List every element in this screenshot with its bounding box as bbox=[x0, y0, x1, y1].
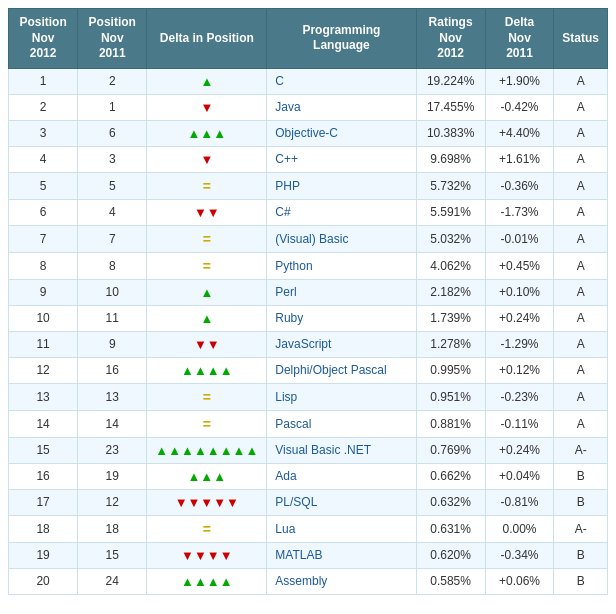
cell-pos2011: 3 bbox=[78, 146, 147, 172]
cell-status: A bbox=[554, 305, 608, 331]
cell-rating: 0.620% bbox=[416, 542, 485, 568]
table-row: 3 6 ▲▲▲ Objective-C 10.383% +4.40% A bbox=[9, 120, 608, 146]
cell-pos2011: 16 bbox=[78, 357, 147, 383]
cell-rating: 1.278% bbox=[416, 331, 485, 357]
cell-pos2011: 15 bbox=[78, 542, 147, 568]
cell-status: A- bbox=[554, 437, 608, 463]
cell-status: A bbox=[554, 68, 608, 94]
cell-lang: Lisp bbox=[267, 383, 416, 410]
cell-pos2012: 14 bbox=[9, 410, 78, 437]
cell-rating: 0.632% bbox=[416, 489, 485, 515]
cell-pos2012: 11 bbox=[9, 331, 78, 357]
cell-lang: Java bbox=[267, 94, 416, 120]
table-row: 5 5 = PHP 5.732% -0.36% A bbox=[9, 172, 608, 199]
cell-rating: 0.951% bbox=[416, 383, 485, 410]
cell-status: B bbox=[554, 542, 608, 568]
cell-delta2011: -0.34% bbox=[485, 542, 554, 568]
cell-delta2011: -0.81% bbox=[485, 489, 554, 515]
header-pos-2011: PositionNov 2011 bbox=[78, 9, 147, 69]
table-row: 2 1 ▼ Java 17.455% -0.42% A bbox=[9, 94, 608, 120]
cell-delta2011: -0.42% bbox=[485, 94, 554, 120]
header-lang: Programming Language bbox=[267, 9, 416, 69]
cell-status: A bbox=[554, 357, 608, 383]
cell-status: A bbox=[554, 383, 608, 410]
cell-pos2012: 12 bbox=[9, 357, 78, 383]
cell-lang: C bbox=[267, 68, 416, 94]
cell-delta: ▲▲▲ bbox=[147, 120, 267, 146]
cell-delta2011: +1.61% bbox=[485, 146, 554, 172]
cell-pos2011: 2 bbox=[78, 68, 147, 94]
cell-delta: ▲▲▲▲ bbox=[147, 357, 267, 383]
cell-pos2011: 9 bbox=[78, 331, 147, 357]
cell-lang: Perl bbox=[267, 279, 416, 305]
cell-pos2011: 14 bbox=[78, 410, 147, 437]
cell-status: A bbox=[554, 279, 608, 305]
cell-rating: 0.585% bbox=[416, 568, 485, 594]
cell-delta2011: -0.11% bbox=[485, 410, 554, 437]
cell-pos2011: 4 bbox=[78, 199, 147, 225]
cell-delta2011: +0.24% bbox=[485, 437, 554, 463]
cell-delta2011: -0.23% bbox=[485, 383, 554, 410]
cell-lang: Assembly bbox=[267, 568, 416, 594]
table-row: 6 4 ▼▼ C# 5.591% -1.73% A bbox=[9, 199, 608, 225]
cell-pos2012: 5 bbox=[9, 172, 78, 199]
cell-delta2011: +0.10% bbox=[485, 279, 554, 305]
cell-delta2011: +0.45% bbox=[485, 252, 554, 279]
cell-delta: ▼▼▼▼▼ bbox=[147, 489, 267, 515]
table-row: 12 16 ▲▲▲▲ Delphi/Object Pascal 0.995% +… bbox=[9, 357, 608, 383]
cell-status: A bbox=[554, 146, 608, 172]
cell-rating: 0.769% bbox=[416, 437, 485, 463]
cell-lang: Python bbox=[267, 252, 416, 279]
table-row: 8 8 = Python 4.062% +0.45% A bbox=[9, 252, 608, 279]
cell-delta: ▼▼ bbox=[147, 331, 267, 357]
cell-status: A bbox=[554, 94, 608, 120]
cell-pos2012: 19 bbox=[9, 542, 78, 568]
cell-rating: 1.739% bbox=[416, 305, 485, 331]
rankings-table: PositionNov 2012 PositionNov 2011 Delta … bbox=[8, 8, 608, 595]
cell-delta2011: 0.00% bbox=[485, 515, 554, 542]
header-pos-2012: PositionNov 2012 bbox=[9, 9, 78, 69]
table-row: 16 19 ▲▲▲ Ada 0.662% +0.04% B bbox=[9, 463, 608, 489]
cell-lang: Delphi/Object Pascal bbox=[267, 357, 416, 383]
cell-status: A bbox=[554, 252, 608, 279]
cell-pos2012: 1 bbox=[9, 68, 78, 94]
table-row: 19 15 ▼▼▼▼ MATLAB 0.620% -0.34% B bbox=[9, 542, 608, 568]
cell-pos2011: 6 bbox=[78, 120, 147, 146]
cell-pos2011: 1 bbox=[78, 94, 147, 120]
table-row: 9 10 ▲ Perl 2.182% +0.10% A bbox=[9, 279, 608, 305]
cell-pos2012: 16 bbox=[9, 463, 78, 489]
cell-pos2012: 17 bbox=[9, 489, 78, 515]
cell-pos2012: 6 bbox=[9, 199, 78, 225]
cell-status: A- bbox=[554, 515, 608, 542]
table-row: 7 7 = (Visual) Basic 5.032% -0.01% A bbox=[9, 225, 608, 252]
cell-status: A bbox=[554, 331, 608, 357]
header-delta-pos: Delta in Position bbox=[147, 9, 267, 69]
cell-delta: ▼ bbox=[147, 94, 267, 120]
cell-rating: 19.224% bbox=[416, 68, 485, 94]
cell-delta: = bbox=[147, 383, 267, 410]
cell-delta2011: -0.36% bbox=[485, 172, 554, 199]
cell-pos2012: 4 bbox=[9, 146, 78, 172]
header-status: Status bbox=[554, 9, 608, 69]
cell-pos2011: 8 bbox=[78, 252, 147, 279]
cell-pos2012: 7 bbox=[9, 225, 78, 252]
table-row: 15 23 ▲▲▲▲▲▲▲▲ Visual Basic .NET 0.769% … bbox=[9, 437, 608, 463]
cell-lang: Visual Basic .NET bbox=[267, 437, 416, 463]
cell-rating: 5.732% bbox=[416, 172, 485, 199]
cell-delta: ▼▼▼▼ bbox=[147, 542, 267, 568]
cell-status: B bbox=[554, 463, 608, 489]
cell-lang: MATLAB bbox=[267, 542, 416, 568]
cell-lang: PHP bbox=[267, 172, 416, 199]
cell-rating: 4.062% bbox=[416, 252, 485, 279]
cell-rating: 10.383% bbox=[416, 120, 485, 146]
table-row: 4 3 ▼ C++ 9.698% +1.61% A bbox=[9, 146, 608, 172]
cell-pos2012: 13 bbox=[9, 383, 78, 410]
table-row: 20 24 ▲▲▲▲ Assembly 0.585% +0.06% B bbox=[9, 568, 608, 594]
cell-pos2012: 2 bbox=[9, 94, 78, 120]
header-ratings: RatingsNov 2012 bbox=[416, 9, 485, 69]
cell-rating: 0.881% bbox=[416, 410, 485, 437]
cell-pos2011: 5 bbox=[78, 172, 147, 199]
cell-pos2011: 10 bbox=[78, 279, 147, 305]
cell-lang: PL/SQL bbox=[267, 489, 416, 515]
cell-delta: ▼ bbox=[147, 146, 267, 172]
